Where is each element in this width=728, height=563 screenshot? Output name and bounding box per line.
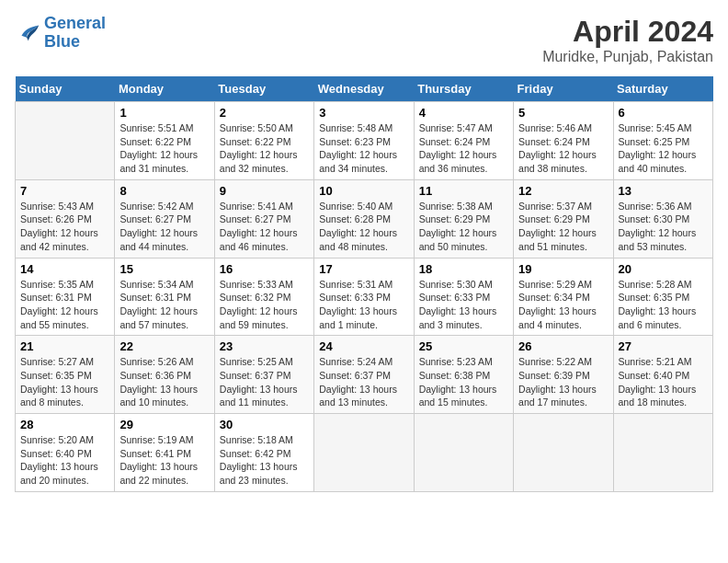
day-cell: 6Sunrise: 5:45 AM Sunset: 6:25 PM Daylig…	[613, 102, 712, 180]
logo-line2: Blue	[44, 32, 80, 51]
day-number: 24	[319, 339, 408, 353]
day-number: 2	[220, 106, 309, 120]
header-row: SundayMondayTuesdayWednesdayThursdayFrid…	[16, 76, 713, 102]
day-detail: Sunrise: 5:18 AM Sunset: 6:42 PM Dayligh…	[220, 433, 309, 488]
day-cell: 4Sunrise: 5:47 AM Sunset: 6:24 PM Daylig…	[414, 102, 513, 180]
day-cell: 29Sunrise: 5:19 AM Sunset: 6:41 PM Dayli…	[115, 414, 214, 492]
day-cell: 3Sunrise: 5:48 AM Sunset: 6:23 PM Daylig…	[314, 102, 414, 180]
day-number: 16	[220, 262, 309, 276]
day-cell: 16Sunrise: 5:33 AM Sunset: 6:32 PM Dayli…	[214, 258, 313, 336]
day-detail: Sunrise: 5:46 AM Sunset: 6:24 PM Dayligh…	[518, 121, 608, 176]
day-detail: Sunrise: 5:42 AM Sunset: 6:27 PM Dayligh…	[119, 200, 209, 254]
day-number: 5	[518, 106, 608, 120]
day-cell	[414, 414, 513, 492]
day-number: 14	[20, 262, 109, 276]
day-cell: 30Sunrise: 5:18 AM Sunset: 6:42 PM Dayli…	[214, 414, 313, 492]
day-cell: 18Sunrise: 5:30 AM Sunset: 6:33 PM Dayli…	[414, 258, 513, 336]
day-header-sunday: Sunday	[16, 76, 115, 102]
day-cell: 22Sunrise: 5:26 AM Sunset: 6:36 PM Dayli…	[115, 336, 214, 414]
day-number: 20	[619, 262, 708, 276]
day-number: 28	[20, 418, 109, 431]
day-detail: Sunrise: 5:40 AM Sunset: 6:28 PM Dayligh…	[319, 200, 408, 254]
day-detail: Sunrise: 5:37 AM Sunset: 6:29 PM Dayligh…	[518, 200, 608, 254]
day-number: 6	[619, 106, 708, 120]
day-detail: Sunrise: 5:28 AM Sunset: 6:35 PM Dayligh…	[619, 278, 708, 332]
day-header-saturday: Saturday	[613, 76, 712, 102]
day-cell: 7Sunrise: 5:43 AM Sunset: 6:26 PM Daylig…	[16, 179, 115, 258]
day-number: 11	[419, 184, 508, 198]
day-cell: 28Sunrise: 5:20 AM Sunset: 6:40 PM Dayli…	[16, 414, 115, 492]
day-detail: Sunrise: 5:20 AM Sunset: 6:40 PM Dayligh…	[20, 433, 109, 488]
day-cell: 10Sunrise: 5:40 AM Sunset: 6:28 PM Dayli…	[314, 179, 414, 258]
day-cell	[16, 102, 115, 180]
day-cell: 17Sunrise: 5:31 AM Sunset: 6:33 PM Dayli…	[314, 258, 414, 336]
day-number: 17	[319, 262, 408, 276]
page-title: April 2024	[542, 15, 713, 49]
day-detail: Sunrise: 5:21 AM Sunset: 6:40 PM Dayligh…	[619, 355, 708, 409]
day-detail: Sunrise: 5:41 AM Sunset: 6:27 PM Dayligh…	[220, 200, 309, 254]
day-header-monday: Monday	[115, 76, 214, 102]
day-detail: Sunrise: 5:26 AM Sunset: 6:36 PM Dayligh…	[119, 355, 209, 409]
day-detail: Sunrise: 5:38 AM Sunset: 6:29 PM Dayligh…	[419, 200, 508, 254]
day-number: 21	[20, 339, 109, 353]
day-cell: 26Sunrise: 5:22 AM Sunset: 6:39 PM Dayli…	[514, 336, 613, 414]
day-detail: Sunrise: 5:34 AM Sunset: 6:31 PM Dayligh…	[119, 278, 209, 332]
day-cell: 2Sunrise: 5:50 AM Sunset: 6:22 PM Daylig…	[214, 102, 313, 180]
day-number: 3	[319, 106, 408, 120]
day-detail: Sunrise: 5:19 AM Sunset: 6:41 PM Dayligh…	[119, 433, 209, 488]
day-detail: Sunrise: 5:48 AM Sunset: 6:23 PM Dayligh…	[319, 121, 408, 176]
day-cell: 5Sunrise: 5:46 AM Sunset: 6:24 PM Daylig…	[514, 102, 613, 180]
day-detail: Sunrise: 5:43 AM Sunset: 6:26 PM Dayligh…	[20, 200, 109, 254]
day-cell: 12Sunrise: 5:37 AM Sunset: 6:29 PM Dayli…	[514, 179, 613, 258]
day-number: 30	[220, 418, 309, 431]
day-detail: Sunrise: 5:23 AM Sunset: 6:38 PM Dayligh…	[419, 355, 508, 409]
day-cell: 24Sunrise: 5:24 AM Sunset: 6:37 PM Dayli…	[314, 336, 414, 414]
day-cell: 19Sunrise: 5:29 AM Sunset: 6:34 PM Dayli…	[514, 258, 613, 336]
day-number: 13	[619, 184, 708, 198]
day-header-wednesday: Wednesday	[314, 76, 414, 102]
day-cell: 25Sunrise: 5:23 AM Sunset: 6:38 PM Dayli…	[414, 336, 513, 414]
day-number: 22	[119, 339, 209, 353]
day-cell: 13Sunrise: 5:36 AM Sunset: 6:30 PM Dayli…	[613, 179, 712, 258]
day-cell: 27Sunrise: 5:21 AM Sunset: 6:40 PM Dayli…	[613, 336, 712, 414]
day-number: 18	[419, 262, 508, 276]
day-number: 27	[619, 339, 708, 353]
header: General Blue April 2024 Muridke, Punjab,…	[15, 15, 713, 65]
day-detail: Sunrise: 5:24 AM Sunset: 6:37 PM Dayligh…	[319, 355, 408, 409]
day-cell: 11Sunrise: 5:38 AM Sunset: 6:29 PM Dayli…	[414, 179, 513, 258]
day-number: 7	[20, 184, 109, 198]
day-number: 10	[319, 184, 408, 198]
day-cell: 21Sunrise: 5:27 AM Sunset: 6:35 PM Dayli…	[16, 336, 115, 414]
day-number: 15	[119, 262, 209, 276]
calendar-table: SundayMondayTuesdayWednesdayThursdayFrid…	[15, 76, 713, 492]
day-header-tuesday: Tuesday	[214, 76, 313, 102]
logo-icon	[15, 20, 40, 46]
day-cell	[613, 414, 712, 492]
day-cell: 20Sunrise: 5:28 AM Sunset: 6:35 PM Dayli…	[613, 258, 712, 336]
day-detail: Sunrise: 5:35 AM Sunset: 6:31 PM Dayligh…	[20, 278, 109, 332]
day-number: 9	[220, 184, 309, 198]
day-detail: Sunrise: 5:29 AM Sunset: 6:34 PM Dayligh…	[518, 278, 608, 332]
day-number: 29	[119, 418, 209, 431]
day-detail: Sunrise: 5:25 AM Sunset: 6:37 PM Dayligh…	[220, 355, 309, 409]
day-cell	[514, 414, 613, 492]
day-cell: 15Sunrise: 5:34 AM Sunset: 6:31 PM Dayli…	[115, 258, 214, 336]
day-number: 26	[518, 339, 608, 353]
day-number: 8	[119, 184, 209, 198]
day-detail: Sunrise: 5:31 AM Sunset: 6:33 PM Dayligh…	[319, 278, 408, 332]
day-detail: Sunrise: 5:36 AM Sunset: 6:30 PM Dayligh…	[619, 200, 708, 254]
day-detail: Sunrise: 5:50 AM Sunset: 6:22 PM Dayligh…	[220, 121, 309, 176]
day-cell: 14Sunrise: 5:35 AM Sunset: 6:31 PM Dayli…	[16, 258, 115, 336]
week-row-3: 14Sunrise: 5:35 AM Sunset: 6:31 PM Dayli…	[16, 258, 713, 336]
day-number: 25	[419, 339, 508, 353]
day-detail: Sunrise: 5:45 AM Sunset: 6:25 PM Dayligh…	[619, 121, 708, 176]
day-detail: Sunrise: 5:22 AM Sunset: 6:39 PM Dayligh…	[518, 355, 608, 409]
week-row-5: 28Sunrise: 5:20 AM Sunset: 6:40 PM Dayli…	[16, 414, 713, 492]
day-cell: 1Sunrise: 5:51 AM Sunset: 6:22 PM Daylig…	[115, 102, 214, 180]
day-cell: 23Sunrise: 5:25 AM Sunset: 6:37 PM Dayli…	[214, 336, 313, 414]
day-detail: Sunrise: 5:47 AM Sunset: 6:24 PM Dayligh…	[419, 121, 508, 176]
page-subtitle: Muridke, Punjab, Pakistan	[542, 49, 713, 65]
day-header-friday: Friday	[514, 76, 613, 102]
day-detail: Sunrise: 5:27 AM Sunset: 6:35 PM Dayligh…	[20, 355, 109, 409]
week-row-1: 1Sunrise: 5:51 AM Sunset: 6:22 PM Daylig…	[16, 102, 713, 180]
